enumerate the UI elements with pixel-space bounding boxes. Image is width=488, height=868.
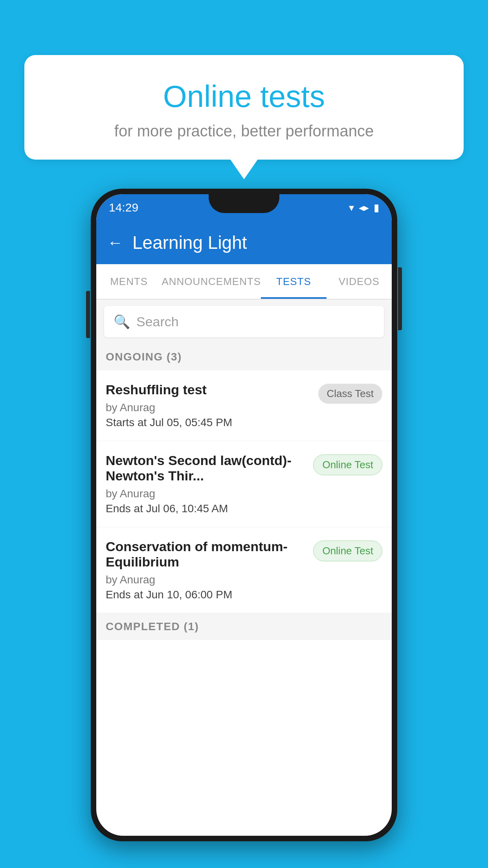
tab-bar: MENTS ANNOUNCEMENTS TESTS VIDEOS <box>96 264 392 300</box>
speech-bubble-container: Online tests for more practice, better p… <box>24 55 464 160</box>
bubble-title: Online tests <box>44 79 444 114</box>
phone-container: 14:29 ▾ ◂▸ ▮ ← Learning Light MENTS <box>91 189 397 841</box>
test-info-3: Conservation of momentum-Equilibrium by … <box>106 539 313 601</box>
test-list: Reshuffling test by Anurag Starts at Jul… <box>96 370 392 613</box>
test-author-3: by Anurag <box>106 574 307 586</box>
ongoing-section-header: ONGOING (3) <box>96 344 392 370</box>
status-icons: ▾ ◂▸ ▮ <box>349 202 379 214</box>
test-item-2[interactable]: Newton's Second law(contd)-Newton's Thir… <box>96 441 392 527</box>
test-name-2: Newton's Second law(contd)-Newton's Thir… <box>106 453 307 484</box>
search-icon: 🔍 <box>114 314 130 329</box>
app-bar: ← Learning Light <box>96 221 392 264</box>
test-author-2: by Anurag <box>106 487 307 500</box>
bubble-subtitle: for more practice, better performance <box>44 122 444 140</box>
test-badge-3: Online Test <box>313 541 382 561</box>
test-badge-2: Online Test <box>313 454 382 475</box>
tab-ments[interactable]: MENTS <box>96 264 161 299</box>
signal-icon: ◂▸ <box>359 202 369 214</box>
test-author-1: by Anurag <box>106 401 312 414</box>
test-info-1: Reshuffling test by Anurag Starts at Jul… <box>106 382 318 429</box>
status-time: 14:29 <box>109 201 138 214</box>
search-bar[interactable]: 🔍 Search <box>104 306 384 337</box>
speech-bubble: Online tests for more practice, better p… <box>24 55 464 160</box>
status-bar: 14:29 ▾ ◂▸ ▮ <box>96 194 392 221</box>
test-item-1[interactable]: Reshuffling test by Anurag Starts at Jul… <box>96 370 392 441</box>
test-badge-1: Class Test <box>318 384 382 404</box>
test-time-3: Ends at Jun 10, 06:00 PM <box>106 588 307 601</box>
tab-videos[interactable]: VIDEOS <box>327 264 392 299</box>
test-time-1: Starts at Jul 05, 05:45 PM <box>106 416 312 429</box>
app-title: Learning Light <box>132 232 247 253</box>
battery-icon: ▮ <box>374 202 379 214</box>
completed-section-header: COMPLETED (1) <box>96 613 392 640</box>
test-item-3[interactable]: Conservation of momentum-Equilibrium by … <box>96 527 392 613</box>
tab-announcements[interactable]: ANNOUNCEMENTS <box>161 264 261 299</box>
wifi-icon: ▾ <box>349 202 354 214</box>
test-name-1: Reshuffling test <box>106 382 312 397</box>
test-name-3: Conservation of momentum-Equilibrium <box>106 539 307 570</box>
search-container: 🔍 Search <box>96 300 392 344</box>
search-placeholder: Search <box>136 314 179 329</box>
notch <box>209 194 279 213</box>
test-info-2: Newton's Second law(contd)-Newton's Thir… <box>106 453 313 515</box>
back-button[interactable]: ← <box>107 234 123 252</box>
tab-tests[interactable]: TESTS <box>261 264 326 299</box>
phone-screen: 14:29 ▾ ◂▸ ▮ ← Learning Light MENTS <box>96 194 392 836</box>
test-time-2: Ends at Jul 06, 10:45 AM <box>106 502 307 515</box>
phone-frame: 14:29 ▾ ◂▸ ▮ ← Learning Light MENTS <box>91 189 397 841</box>
